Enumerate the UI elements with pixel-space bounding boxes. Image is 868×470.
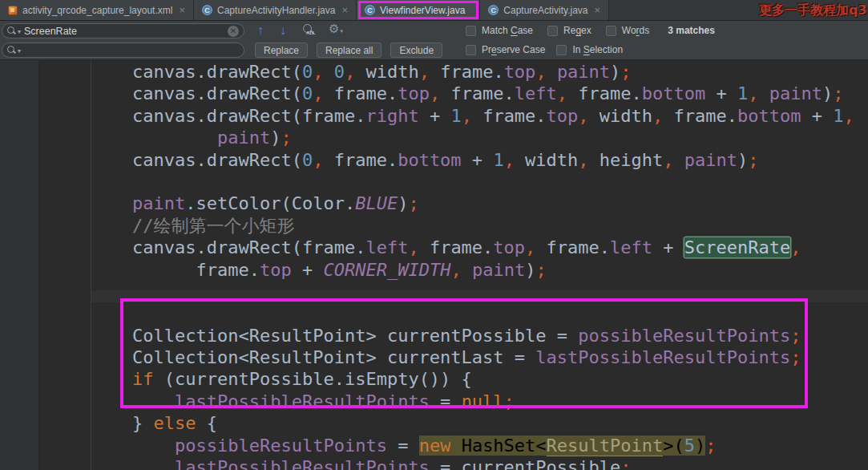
search-settings-gear-icon[interactable]: ⚙▾ (329, 22, 346, 36)
find-all-icon[interactable]: ALL (301, 24, 322, 38)
code-token: frame. (419, 237, 494, 257)
code-line[interactable]: paint); (132, 127, 868, 148)
code-token: (currentPossible.isEmpty()) { (154, 369, 472, 389)
code-line[interactable]: frame.top + CORNER_WIDTH, paint); (132, 259, 868, 281)
words-label: Words (622, 25, 649, 36)
code-token: BLUE (355, 193, 398, 213)
code-line[interactable]: paint.setColor(Color.BLUE); (132, 192, 868, 214)
clear-search-icon[interactable]: ✕ (228, 26, 239, 37)
code-line[interactable]: if (currentPossible.isEmpty()) { (132, 368, 868, 390)
code-token: new (419, 436, 451, 456)
code-token: ScreenRate (684, 237, 790, 257)
exclude-button[interactable]: Exclude (390, 43, 442, 58)
code-line[interactable]: lastPossibleResultPoints = null; (132, 391, 868, 412)
tab-label: ViewfinderView.java (380, 5, 465, 16)
code-line[interactable]: canvas.drawRect(0, frame.bottom + 1, wid… (132, 149, 868, 171)
code-token (323, 62, 333, 82)
close-icon[interactable]: × (179, 5, 185, 15)
match-case-checkbox[interactable]: Match Case (466, 25, 533, 36)
checkbox-box[interactable] (606, 26, 616, 36)
code-line[interactable]: lastPossibleResultPoints = currentPossib… (132, 456, 868, 470)
code-token: bottom (398, 150, 461, 170)
code-line[interactable]: canvas.drawRect(frame.right + 1, frame.t… (132, 105, 868, 127)
tab-viewfinderview-java[interactable]: C ViewfinderView.java (357, 0, 480, 20)
code-token: canvas.drawRect( (132, 83, 302, 103)
code-token: else (154, 413, 196, 433)
code-token: width (589, 106, 652, 126)
search-icon (7, 26, 16, 35)
code-line[interactable]: Collection<ResultPoint> currentLast = la… (132, 346, 868, 368)
code-line[interactable] (132, 171, 868, 192)
code-token: canvas.drawRect( (132, 62, 302, 82)
close-icon[interactable]: × (594, 5, 600, 15)
code-token: bottom (642, 83, 705, 103)
tab-captureactivity-java[interactable]: C CaptureActivity.java × (480, 0, 609, 20)
replace-all-button[interactable]: Replace all (317, 43, 382, 58)
code-token: , (578, 150, 588, 170)
tab-activity-qrcode-capture-layout-xml[interactable]: activity_qrcode_capture_layout.xml × (0, 0, 194, 20)
code-token: width (355, 62, 418, 82)
chevron-down-icon[interactable]: ▾ (18, 28, 21, 35)
next-match-button[interactable]: ↓ (274, 22, 292, 38)
code-token: right (365, 106, 418, 126)
replace-button[interactable]: Replace (255, 43, 308, 58)
code-token: .setColor(Color. (185, 193, 355, 213)
code-token: frame. (472, 106, 547, 126)
code-editor[interactable]: canvas.drawRect(0, 0, width, frame.top, … (0, 60, 868, 470)
code-line[interactable] (132, 281, 868, 302)
code-token: ) (822, 83, 833, 103)
code-line[interactable]: } else { (132, 412, 868, 434)
code-area[interactable]: canvas.drawRect(0, 0, width, frame.top, … (91, 60, 868, 470)
preserve-case-checkbox[interactable]: Preserve Case (466, 44, 545, 55)
code-token: canvas.drawRect(frame. (132, 106, 365, 126)
code-token: { (196, 413, 217, 433)
search-input-wrapper: ▾ ✕ (2, 23, 244, 38)
code-token: , (419, 62, 430, 82)
tab-captureactivityhandler-java[interactable]: C CaptureActivityHandler.java × (194, 0, 357, 20)
code-token: , (663, 150, 673, 170)
tab-label: CaptureActivity.java (503, 5, 587, 16)
previous-match-button[interactable]: ↑ (252, 22, 269, 38)
code-token: ; (748, 150, 758, 170)
code-token: Collection<ResultPoint> currentPossible … (132, 326, 578, 346)
code-token (674, 150, 684, 170)
close-icon[interactable]: × (341, 5, 348, 15)
ide-window: activity_qrcode_capture_layout.xml × C C… (0, 0, 868, 470)
code-token: paint (769, 83, 822, 103)
in-selection-checkbox[interactable]: In Selection (556, 44, 623, 55)
code-line[interactable]: canvas.drawRect(0, frame.top, frame.left… (132, 83, 868, 104)
code-token: ) (525, 260, 535, 280)
code-token: , (430, 83, 440, 103)
checkbox-box[interactable] (466, 45, 476, 55)
code-token (462, 260, 472, 280)
code-token: width (515, 150, 578, 170)
chevron-down-icon[interactable]: ▾ (18, 47, 21, 55)
checkbox-box[interactable] (466, 26, 476, 36)
code-token: if (132, 369, 154, 389)
words-checkbox[interactable]: Words (606, 25, 649, 36)
code-line[interactable]: Collection<ResultPoint> currentPossible … (132, 325, 868, 346)
code-line[interactable] (132, 302, 868, 324)
code-token: 1 (450, 106, 461, 126)
code-token: left (610, 237, 652, 257)
code-token: frame. (535, 237, 610, 257)
code-token: lastPossibleResultPoints (535, 347, 790, 367)
code-line[interactable]: //绘制第一个小矩形 (132, 215, 868, 237)
code-token: ; (504, 391, 515, 411)
code-token: top (493, 237, 525, 257)
code-line[interactable]: canvas.drawRect(frame.left, frame.top, f… (132, 237, 868, 258)
code-token: 1 (833, 106, 843, 126)
code-token: 0 (334, 62, 345, 82)
regex-checkbox[interactable]: Regex (547, 25, 591, 36)
replace-input[interactable] (24, 45, 239, 56)
java-class-icon: C (365, 5, 375, 15)
code-line[interactable]: possibleResultPoints = new HashSet<Resul… (132, 435, 868, 456)
code-token: + (292, 260, 324, 280)
code-token: + (652, 237, 684, 257)
code-token: , (313, 62, 323, 82)
checkbox-box[interactable] (547, 26, 558, 36)
checkbox-box[interactable] (556, 45, 567, 55)
search-input[interactable] (24, 26, 228, 37)
code-line[interactable]: canvas.drawRect(0, 0, width, frame.top, … (132, 61, 868, 83)
match-case-label: Match Case (482, 25, 533, 36)
